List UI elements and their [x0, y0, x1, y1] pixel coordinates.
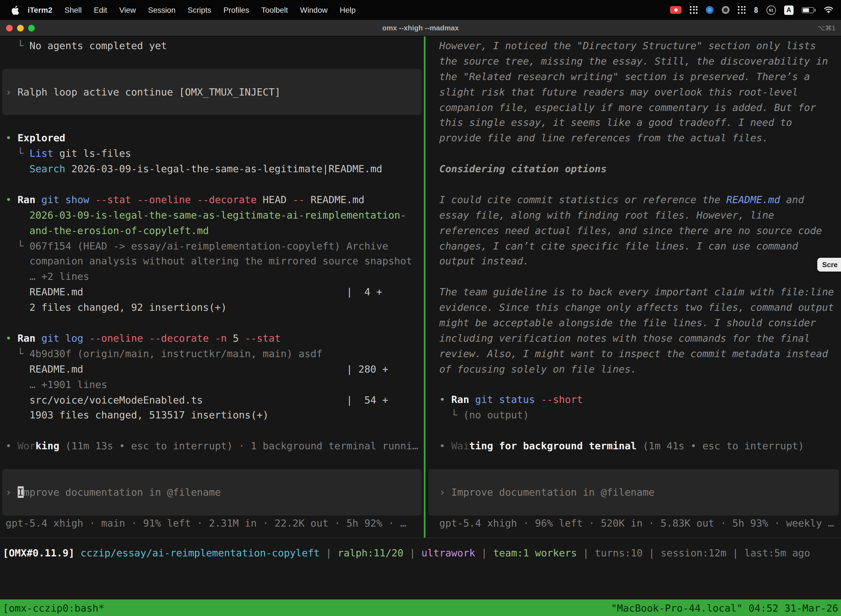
screen-share-tooltip[interactable]: Scre: [817, 258, 841, 271]
text-segment: •: [6, 194, 18, 205]
text-segment: including verification notes with those …: [439, 332, 810, 344]
menu-item-shell[interactable]: Shell: [59, 0, 88, 20]
terminal-line: provide file and line references from th…: [426, 131, 841, 146]
text-segment: session:12m: [661, 547, 726, 559]
terminal-line: this single essay, it seems like a good …: [426, 115, 841, 131]
input-source-icon[interactable]: A: [784, 5, 794, 15]
text-segment: The team guideline is to back every impo…: [439, 286, 834, 298]
keypad-icon[interactable]: 8: [754, 6, 758, 14]
text-segment: Wor: [18, 440, 35, 452]
wifi-icon[interactable]: [824, 6, 833, 13]
terminal-line: • Explored: [0, 131, 424, 146]
text-segment: essay file, along with finding root file…: [439, 209, 774, 221]
text-segment: |: [577, 547, 595, 559]
text-segment: companion analysis without altering the …: [6, 255, 412, 267]
window-shortcut-badge: ⌥⌘1: [818, 24, 835, 32]
text-segment: king: [35, 440, 59, 452]
apple-icon: [11, 5, 19, 15]
text-segment: ›: [6, 487, 18, 498]
text-segment: slight risk that future readers may over…: [439, 86, 798, 97]
prompt-input[interactable]: › Improve documentation in @filename: [428, 469, 839, 515]
text-segment: and-the-erosion-of-copyleft.md: [6, 224, 209, 236]
menu-item-edit[interactable]: Edit: [88, 0, 113, 20]
text-segment: (1m 41s • esc to interrupt): [637, 440, 804, 452]
text-segment: and: [780, 194, 804, 205]
terminal-window: └ No agents completed yet› Ralph loop ac…: [0, 37, 841, 616]
terminal-line: evidence. Since this change only affects…: [426, 300, 841, 315]
text-segment: └ 4b9d30f (origin/main, instructkr/main,…: [6, 348, 322, 359]
text-segment: └ 067f154 (HEAD -> essay/ai-reimplementa…: [6, 240, 388, 251]
text-segment: •: [6, 440, 18, 452]
blank-line: [0, 423, 424, 439]
menu-item-scripts[interactable]: Scripts: [182, 0, 217, 20]
gauge-icon[interactable]: 61: [766, 5, 776, 15]
menu-item-profiles[interactable]: Profiles: [217, 0, 255, 20]
window-title: omx --xhigh --madmax: [0, 24, 841, 32]
screen-recording-indicator[interactable]: [670, 6, 681, 14]
apple-menu[interactable]: [11, 5, 19, 15]
bento-grid-icon[interactable]: [690, 6, 697, 14]
text-segment: |: [727, 547, 744, 559]
text-segment: Considering citation options: [439, 163, 607, 175]
terminal-line: the source tree, missing the essay. Stil…: [426, 54, 841, 69]
terminal-line: However, I noticed the "Directory Struct…: [426, 38, 841, 54]
terminal-line: • Ran git status --short: [426, 392, 841, 408]
terminal-line: … +2 lines: [0, 269, 424, 285]
text-segment: ›: [6, 86, 18, 98]
terminal-line: I could cite commit statistics or refere…: [426, 192, 841, 208]
text-segment: |: [475, 547, 493, 559]
working-status-line: • Working (11m 13s • esc to interrupt) ·…: [0, 438, 424, 454]
tmux-status-bar: [omx-cczip0:bash* "MacBook-Pro-44.local"…: [0, 600, 841, 616]
text-segment: [6, 163, 29, 175]
text-segment: ting for background terminal: [469, 440, 637, 452]
gray-app-icon[interactable]: [722, 6, 730, 14]
text-segment: [84, 332, 89, 344]
left-terminal-pane[interactable]: └ No agents completed yet› Ralph loop ac…: [0, 37, 424, 531]
text-segment: README.md | 4 +: [6, 286, 382, 298]
terminal-line: changes, I can’t cite specific file line…: [426, 238, 841, 254]
terminal-line: companion file, especially if more comme…: [426, 100, 841, 115]
text-segment: Wai: [451, 440, 469, 452]
dots-grid-icon[interactable]: [738, 6, 746, 14]
pane-divider[interactable]: [424, 37, 425, 538]
text-segment: gpt-5.4 xhigh · main · 91% left · 2.31M …: [6, 517, 406, 528]
battery-icon[interactable]: [802, 7, 816, 13]
terminal-line: The team guideline is to back every impo…: [426, 285, 841, 300]
terminal-line: of focusing solely on file lines.: [426, 361, 841, 377]
terminal-line: the "Related research writing" section i…: [426, 69, 841, 84]
blue-app-icon[interactable]: [706, 6, 714, 14]
text-segment: --stat: [245, 332, 281, 344]
menu-item-window[interactable]: Window: [294, 0, 334, 20]
menu-item-session[interactable]: Session: [142, 0, 182, 20]
text-segment: changes, I can’t cite specific file line…: [439, 240, 798, 251]
menu-item-view[interactable]: View: [113, 0, 142, 20]
blank-line: [0, 454, 424, 469]
right-terminal-pane[interactable]: However, I noticed the "Directory Struct…: [426, 37, 841, 531]
text-segment: List: [29, 148, 54, 159]
terminal-line: references need actual files, and since …: [426, 223, 841, 238]
text-segment: --: [293, 194, 304, 205]
terminal-line: Search 2026-03-09-is-legal-the-same-as-l…: [0, 161, 424, 177]
blank-line: [426, 423, 841, 439]
pane-status-line: gpt-5.4 xhigh · main · 91% left · 2.31M …: [0, 515, 424, 531]
menu-item-help[interactable]: Help: [334, 0, 362, 20]
terminal-line: and-the-erosion-of-copyleft.md: [0, 223, 424, 238]
text-segment: 2026-03-09-is-legal-the-same-as-legitima…: [65, 163, 382, 175]
prompt-input[interactable]: › Improve documentation in @filename: [2, 469, 422, 515]
blank-line: [426, 269, 841, 285]
text-segment: output instead.: [439, 255, 529, 267]
terminal-line: including verification notes with those …: [426, 331, 841, 346]
text-cursor: I: [18, 487, 23, 498]
text-segment: └: [6, 40, 29, 51]
text-segment: evidence. Since this change only affects…: [439, 301, 834, 313]
battery-percent-label: 61: [769, 8, 774, 12]
menu-item-toolbelt[interactable]: Toolbelt: [255, 0, 294, 20]
text-segment: No agents completed yet: [29, 40, 167, 51]
terminal-line: └ No agents completed yet: [0, 38, 424, 54]
text-segment: •: [6, 332, 18, 344]
waiting-status-line: • Waiting for background terminal (1m 41…: [426, 438, 841, 454]
menu-item-iterm2[interactable]: iTerm2: [22, 0, 59, 20]
blank-line: [0, 54, 424, 69]
text-segment: 5: [227, 332, 245, 344]
text-segment: •: [439, 440, 451, 452]
